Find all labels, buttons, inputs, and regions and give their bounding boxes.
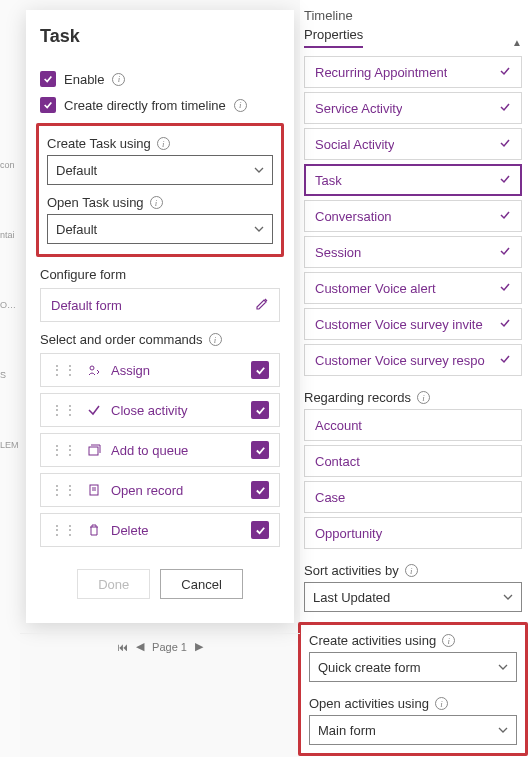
edit-icon[interactable] [255,297,269,314]
configure-form-label: Configure form [40,267,280,282]
activity-type-label: Customer Voice survey respo [315,353,485,368]
chevron-down-icon [254,163,264,178]
command-checkbox[interactable] [251,521,269,539]
info-icon[interactable]: i [234,99,247,112]
command-row[interactable]: ⋮⋮Close activity [40,393,280,427]
activity-type-item[interactable]: Service Activity [304,92,522,124]
command-checkbox[interactable] [251,441,269,459]
cancel-button[interactable]: Cancel [160,569,242,599]
properties-tab[interactable]: Properties [304,27,363,48]
svg-rect-1 [89,447,98,455]
open-task-using-label: Open Task using i [47,195,273,210]
open-task-using-select[interactable]: Default [47,214,273,244]
activity-type-label: Task [315,173,342,188]
info-icon[interactable]: i [405,564,418,577]
task-panel: Task Enable i Create directly from timel… [26,10,294,623]
pager-first-icon[interactable]: ⏮ [117,641,128,653]
info-icon[interactable]: i [417,391,430,404]
check-icon [499,137,511,152]
regarding-records-list: AccountContactCaseOpportunity [304,409,522,549]
info-icon[interactable]: i [150,196,163,209]
regarding-item[interactable]: Case [304,481,522,513]
configure-form-row[interactable]: Default form [40,288,280,322]
drag-handle-icon[interactable]: ⋮⋮ [51,443,77,457]
create-activities-using-select[interactable]: Quick create form [309,652,517,682]
drag-handle-icon[interactable]: ⋮⋮ [51,523,77,537]
activity-type-item[interactable]: Conversation [304,200,522,232]
person-icon [87,363,101,377]
drag-handle-icon[interactable]: ⋮⋮ [51,403,77,417]
commands-list: ⋮⋮Assign⋮⋮Close activity⋮⋮Add to queue⋮⋮… [40,353,280,547]
regarding-item[interactable]: Contact [304,445,522,477]
command-label: Open record [111,483,241,498]
command-row[interactable]: ⋮⋮Delete [40,513,280,547]
pager-next-icon[interactable]: ▶ [195,640,203,653]
activity-type-item[interactable]: Recurring Appointment [304,56,522,88]
command-row[interactable]: ⋮⋮Open record [40,473,280,507]
activity-type-item[interactable]: Customer Voice survey invite [304,308,522,340]
sort-activities-label: Sort activities by i [304,563,522,578]
drag-handle-icon[interactable]: ⋮⋮ [51,363,77,377]
panel-title: Task [40,26,280,47]
activity-type-label: Session [315,245,361,260]
regarding-label: Contact [315,454,360,469]
info-icon[interactable]: i [442,634,455,647]
create-from-timeline-checkbox[interactable] [40,97,56,113]
activity-type-label: Customer Voice survey invite [315,317,483,332]
info-icon[interactable]: i [157,137,170,150]
pager-prev-icon[interactable]: ◀ [136,640,144,653]
regarding-item[interactable]: Account [304,409,522,441]
chevron-down-icon [503,590,513,605]
create-activities-using-label: Create activities using i [309,633,517,648]
activity-type-list: Recurring AppointmentService ActivitySoc… [304,56,522,376]
create-task-using-label: Create Task using i [47,136,273,151]
chevron-down-icon [254,222,264,237]
activity-type-label: Conversation [315,209,392,224]
command-checkbox[interactable] [251,361,269,379]
command-checkbox[interactable] [251,401,269,419]
enable-checkbox[interactable] [40,71,56,87]
check-icon [87,403,101,417]
check-icon [499,65,511,80]
collapse-icon[interactable]: ▲ [512,37,522,48]
pager-label: Page 1 [152,641,187,653]
svg-point-0 [90,366,94,370]
sort-activities-select[interactable]: Last Updated [304,582,522,612]
regarding-item[interactable]: Opportunity [304,517,522,549]
command-row[interactable]: ⋮⋮Add to queue [40,433,280,467]
command-label: Close activity [111,403,241,418]
activity-type-item[interactable]: Customer Voice survey respo [304,344,522,376]
queue-icon [87,443,101,457]
timeline-heading: Timeline [304,8,522,23]
check-icon [499,245,511,260]
check-icon [499,209,511,224]
done-button: Done [77,569,150,599]
highlight-box-right: Create activities using i Quick create f… [298,622,528,756]
background-left-strip: con ntai ORTI S LEM [0,0,20,757]
activity-type-item[interactable]: Session [304,236,522,268]
activity-type-item[interactable]: Customer Voice alert [304,272,522,304]
info-icon[interactable]: i [112,73,125,86]
check-icon [499,281,511,296]
regarding-label: Case [315,490,345,505]
check-icon [499,353,511,368]
activity-type-item[interactable]: Task [304,164,522,196]
command-checkbox[interactable] [251,481,269,499]
create-task-using-select[interactable]: Default [47,155,273,185]
check-icon [499,317,511,332]
trash-icon [87,523,101,537]
check-icon [499,173,511,188]
chevron-down-icon [498,660,508,675]
create-from-timeline-label: Create directly from timeline [64,98,226,113]
info-icon[interactable]: i [209,333,222,346]
command-label: Add to queue [111,443,241,458]
open-activities-using-select[interactable]: Main form [309,715,517,745]
commands-label: Select and order commands i [40,332,280,347]
chevron-down-icon [498,723,508,738]
command-row[interactable]: ⋮⋮Assign [40,353,280,387]
drag-handle-icon[interactable]: ⋮⋮ [51,483,77,497]
check-icon [499,101,511,116]
info-icon[interactable]: i [435,697,448,710]
enable-label: Enable [64,72,104,87]
activity-type-item[interactable]: Social Activity [304,128,522,160]
